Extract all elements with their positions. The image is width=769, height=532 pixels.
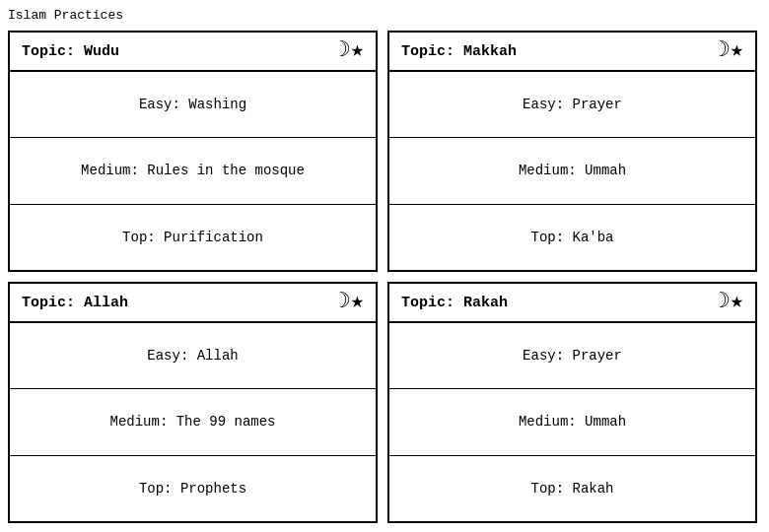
topic-grid: Topic: Wudu ☽★ Easy: Washing Medium: Rul… [8, 31, 757, 523]
medium-row-makkah: Medium: Ummah [389, 138, 755, 204]
easy-row-allah: Easy: Allah [10, 323, 376, 389]
card-header-makkah: Topic: Makkah ☽★ [389, 33, 755, 72]
crescent-icon-makkah: ☽★ [718, 40, 744, 62]
top-row-makkah: Top: Ka'ba [389, 205, 755, 270]
topic-label-rakah: Topic: Rakah [401, 295, 508, 311]
medium-row-allah: Medium: The 99 names [10, 389, 376, 455]
easy-row-wudu: Easy: Washing [10, 72, 376, 138]
card-rakah[interactable]: Topic: Rakah ☽★ Easy: Prayer Medium: Umm… [387, 282, 757, 523]
easy-row-makkah: Easy: Prayer [389, 72, 755, 138]
topic-label-allah: Topic: Allah [22, 295, 128, 311]
top-row-allah: Top: Prophets [10, 456, 376, 521]
card-header-wudu: Topic: Wudu ☽★ [10, 33, 376, 72]
medium-row-wudu: Medium: Rules in the mosque [10, 138, 376, 204]
card-makkah[interactable]: Topic: Makkah ☽★ Easy: Prayer Medium: Um… [387, 31, 757, 272]
topic-label-makkah: Topic: Makkah [401, 43, 517, 60]
easy-row-rakah: Easy: Prayer [389, 323, 755, 389]
card-allah[interactable]: Topic: Allah ☽★ Easy: Allah Medium: The … [8, 282, 378, 523]
topic-label-wudu: Topic: Wudu [22, 43, 119, 60]
card-header-rakah: Topic: Rakah ☽★ [389, 284, 755, 323]
medium-row-rakah: Medium: Ummah [389, 389, 755, 455]
crescent-icon-rakah: ☽★ [718, 292, 744, 313]
top-row-rakah: Top: Rakah [389, 456, 755, 521]
card-wudu[interactable]: Topic: Wudu ☽★ Easy: Washing Medium: Rul… [8, 31, 378, 272]
crescent-icon-wudu: ☽★ [338, 40, 365, 62]
card-header-allah: Topic: Allah ☽★ [10, 284, 376, 323]
page-title: Islam Practices [8, 8, 761, 23]
crescent-icon-allah: ☽★ [338, 292, 365, 313]
top-row-wudu: Top: Purification [10, 205, 376, 270]
